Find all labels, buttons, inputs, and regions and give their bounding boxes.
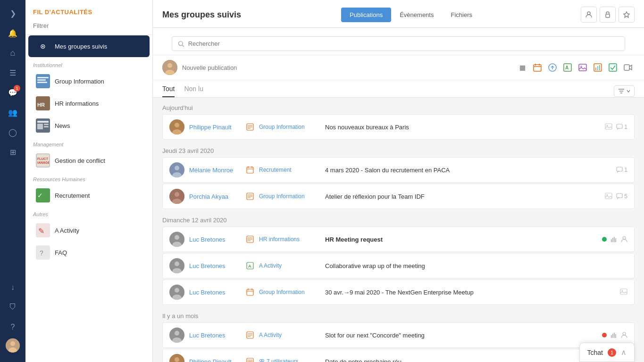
sidebar-item-mes-groupes[interactable]: ⊛ Mes groupes suivis <box>28 35 150 57</box>
pub-calendar-icon[interactable] <box>531 61 544 74</box>
collapse-icon[interactable]: ❯ <box>4 5 21 22</box>
feed-group-name: Group Information <box>259 124 320 130</box>
chat-icon[interactable]: 💬 1 <box>4 84 21 101</box>
faq-label: FAQ <box>55 249 67 256</box>
feed-item[interactable]: Philippe Pinault Group Information Nos n… <box>162 114 635 140</box>
svg-point-26 <box>178 41 183 45</box>
grid-icon[interactable]: ⊞ <box>4 143 21 160</box>
list-icon[interactable]: ☰ <box>4 64 21 81</box>
feed-filter-button[interactable] <box>614 85 635 97</box>
mes-groupes-icon: ⊛ <box>36 39 50 53</box>
main-content: Mes groupes suivis Publications Évènemen… <box>153 0 644 362</box>
avatar[interactable] <box>6 338 20 353</box>
svg-rect-44 <box>599 65 600 70</box>
feed-item[interactable]: Luc Bretones A A Activity Collaborative … <box>162 253 635 278</box>
tab-publications[interactable]: Publications <box>341 8 391 22</box>
sidebar-item-recrutement[interactable]: ✓ Recrutement <box>28 185 150 206</box>
conflict-label: Gestion de conflict <box>55 157 105 164</box>
feed-item[interactable]: Philippe Pinault 7 utilisateurs Date de … <box>162 349 635 362</box>
image-icon <box>605 192 612 201</box>
svg-rect-57 <box>605 124 612 129</box>
sidebar-item-group-information[interactable]: Group Information <box>28 70 150 92</box>
svg-rect-113 <box>614 333 615 338</box>
pub-post-icon[interactable]: ▦ <box>516 61 529 74</box>
main-header: Mes groupes suivis Publications Évènemen… <box>153 0 644 28</box>
svg-text:A: A <box>565 65 569 70</box>
sidebar-item-activity[interactable]: ✎ A Activity <box>28 219 150 241</box>
chat-badge: 1 <box>14 85 20 92</box>
download-icon[interactable]: ↓ <box>4 279 21 296</box>
activity-label: A Activity <box>55 227 79 234</box>
svg-text:?: ? <box>40 249 43 257</box>
svg-text:HR: HR <box>37 102 45 108</box>
svg-point-58 <box>607 125 608 126</box>
author-avatar <box>169 119 184 135</box>
new-publication-input[interactable] <box>182 64 511 71</box>
feed-tab-tout[interactable]: Tout <box>162 85 175 97</box>
feed-group-name: A Activity <box>259 332 320 338</box>
svg-rect-102 <box>620 289 627 295</box>
star-filter-icon[interactable] <box>619 7 635 23</box>
person-filter-icon[interactable] <box>581 7 597 23</box>
feed-container: Tout Non lu Aujourd'hui Philippe Pinault… <box>153 80 644 362</box>
pub-chart-icon[interactable] <box>591 61 604 74</box>
pub-upload-icon[interactable] <box>546 61 559 74</box>
feed-item[interactable]: Mélanie Monroe Recrutement 4 mars 2020 -… <box>162 157 635 183</box>
date-separator-month: Il y a un mois <box>162 306 635 322</box>
image-icon <box>605 123 612 132</box>
feed-meta: 1 <box>605 123 627 132</box>
feed-group-name: Recrutement <box>259 167 320 173</box>
tab-evenements[interactable]: Évènements <box>391 8 442 22</box>
svg-rect-111 <box>611 335 612 338</box>
header-tabs: Publications Évènements Fichiers <box>341 8 481 22</box>
svg-rect-86 <box>612 238 613 242</box>
status-dot-green <box>602 237 607 242</box>
feed-type-icon <box>246 166 254 174</box>
feed-type-icon: A <box>246 261 254 270</box>
sidebar-item-gestion-conflict[interactable]: FLUCTIANAGEN Gestion de conflict <box>28 150 150 171</box>
feed-item[interactable]: Luc Bretones A Activity Slot for our nex… <box>162 322 635 348</box>
svg-rect-13 <box>44 126 49 127</box>
tchat-bubble[interactable]: Tchat 1 ∧ <box>579 343 635 362</box>
feed-item[interactable]: Luc Bretones Group Information 30 avr.→9… <box>162 279 635 305</box>
sidebar-item-news[interactable]: News <box>28 115 150 136</box>
feed-tab-nonlu[interactable]: Non lu <box>184 85 203 97</box>
svg-rect-43 <box>597 66 598 70</box>
feed-group-name: HR informations <box>259 236 320 243</box>
svg-rect-98 <box>247 289 253 295</box>
sidebar-item-hr-informations[interactable]: HR HR informations <box>28 93 150 114</box>
feed-item[interactable]: Porchia Akyaa Group Information Atelier … <box>162 184 635 209</box>
pub-check-icon[interactable] <box>606 61 619 74</box>
sidebar-filter-input[interactable] <box>33 22 145 29</box>
svg-point-29 <box>167 63 172 68</box>
circle-icon[interactable]: ◯ <box>4 124 21 141</box>
pub-image-icon[interactable] <box>576 61 589 74</box>
pub-text-icon[interactable]: A <box>561 61 574 74</box>
svg-point-51 <box>175 123 179 127</box>
sidebar-content: ⊛ Mes groupes suivis Institutionnel Grou… <box>25 35 152 362</box>
feed-content: Aujourd'hui Philippe Pinault Group Infor… <box>153 98 644 362</box>
recrutement-icon: ✓ <box>36 188 50 202</box>
section-label-autres: Autres <box>25 207 152 219</box>
feed-item[interactable]: Luc Bretones HR informations HR Meeting … <box>162 227 635 252</box>
svg-point-105 <box>175 331 179 336</box>
svg-point-61 <box>175 166 179 170</box>
shield-icon[interactable]: ⛉ <box>4 299 21 316</box>
feed-group-name: A Activity <box>259 262 320 269</box>
bar-chart-icon <box>611 236 617 243</box>
bell-icon[interactable]: 🔔 <box>4 25 21 42</box>
svg-point-91 <box>175 261 179 266</box>
bar-chart-icon <box>611 332 617 338</box>
svg-rect-87 <box>614 237 615 242</box>
users-icon[interactable]: 👥 <box>4 104 21 121</box>
tab-fichiers[interactable]: Fichiers <box>442 8 481 22</box>
svg-rect-46 <box>624 65 629 70</box>
question-icon[interactable]: ? <box>4 319 21 336</box>
pub-video-icon[interactable] <box>621 61 635 74</box>
home-icon[interactable]: ⌂ <box>4 44 21 61</box>
lock-filter-icon[interactable] <box>600 7 616 23</box>
sidebar-item-faq[interactable]: ? FAQ <box>28 242 150 263</box>
search-input[interactable] <box>188 40 619 47</box>
svg-rect-6 <box>37 82 47 83</box>
news-label: News <box>55 122 70 129</box>
